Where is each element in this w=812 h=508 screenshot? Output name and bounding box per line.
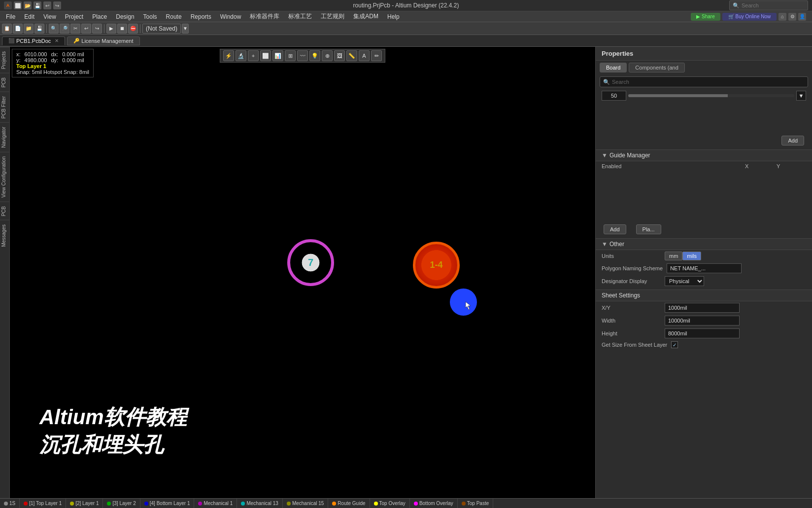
layer-tab-bottomoverlay[interactable]: Bottom Overlay [410, 499, 458, 508]
menu-help[interactable]: Help [383, 12, 404, 21]
inspect-btn[interactable]: 🔬 [236, 50, 246, 61]
guide-collapse-arrow[interactable]: ▼ [602, 152, 608, 159]
count-slider[interactable] [628, 94, 794, 97]
buy-online-icon[interactable]: 🛒 Buy Online Now [722, 13, 777, 21]
menu-design[interactable]: Design [112, 12, 138, 21]
layer-dot-bottom [144, 502, 148, 506]
license-tab-icon: 🔑 [73, 38, 79, 43]
layer-tab-bottomlayer[interactable]: [4] Bottom Layer 1 [140, 499, 195, 508]
sidebar-tab-pcbfilter[interactable]: PCB Filter [0, 92, 9, 123]
sidebar-tab-messages[interactable]: Messages [0, 220, 9, 251]
sidebar-tab-projects[interactable]: Projects [0, 47, 9, 73]
panel-tab-board[interactable]: Board [600, 63, 627, 73]
place-guide-button[interactable]: Pla... [636, 224, 661, 234]
designator-select[interactable]: Physical [665, 276, 704, 286]
toolbar-btn-12[interactable]: ⛔ [128, 24, 138, 34]
menu-project[interactable]: Project [61, 12, 87, 21]
share-icon[interactable]: ▶ Share [691, 13, 720, 21]
toolbar-btn-7[interactable]: ✂ [70, 24, 80, 34]
measure-btn[interactable]: 📏 [346, 50, 357, 61]
new-icon[interactable]: ⬜ [14, 1, 22, 9]
highlight-btn[interactable]: 💡 [309, 50, 320, 61]
route-btn[interactable]: 〰 [297, 50, 308, 61]
toolbar-btn-3[interactable]: 📁 [24, 24, 34, 34]
text-btn[interactable]: A [359, 50, 370, 61]
toolbar-btn-11[interactable]: ⏹ [117, 24, 127, 34]
panel-search-box[interactable]: 🔍 Search [600, 76, 808, 87]
toolbar-dropdown[interactable]: ▼ [182, 24, 189, 34]
layer-tab-layer2[interactable]: [3] Layer 2 [103, 499, 140, 508]
search-bar[interactable]: 🔍 [729, 0, 808, 10]
toolbar-btn-2[interactable]: 📄 [13, 24, 23, 34]
3d-btn[interactable]: 🖼 [334, 50, 345, 61]
user-icon[interactable]: 👤 [798, 13, 806, 21]
menu-view[interactable]: View [39, 12, 60, 21]
via-btn[interactable]: ⊕ [322, 50, 333, 61]
menu-file[interactable]: File [2, 12, 19, 21]
polygon-naming-input[interactable] [667, 263, 742, 273]
search-input[interactable] [742, 2, 805, 8]
toolbar-btn-5[interactable]: 🔍 [49, 24, 59, 34]
height-input[interactable] [665, 328, 740, 338]
sidebar-tab-pcb[interactable]: PCB [0, 73, 9, 92]
redo-icon[interactable]: ↪ [53, 1, 61, 9]
menu-tools[interactable]: Tools [139, 12, 161, 21]
toolbar-btn-10[interactable]: ▶ [106, 24, 116, 34]
grid-btn[interactable]: ⊞ [285, 50, 296, 61]
tab-license[interactable]: 🔑 License Management [67, 36, 139, 45]
mm-button[interactable]: mm [665, 252, 682, 260]
layer-tab-1s[interactable]: 1S [0, 499, 20, 508]
add-button[interactable]: Add [781, 136, 804, 145]
pen-btn[interactable]: ✏ [371, 50, 382, 61]
layer-tab-layer1[interactable]: [2] Layer 1 [66, 499, 103, 508]
canvas-area[interactable]: x: 6010.000 dx: 0.000 mil y: 4980.000 dy… [10, 47, 595, 498]
select-btn[interactable]: ⬜ [260, 50, 271, 61]
toolbar-btn-4[interactable]: 💾 [34, 24, 44, 34]
tabbar: ⬛ PCB1.PcbDoc ✕ 🔑 License Management [0, 35, 812, 47]
layer-tab-toppaste[interactable]: Top Paste [458, 499, 493, 508]
add-guide-button[interactable]: Add [604, 224, 626, 234]
titlebar-right: 🔍 [729, 0, 808, 10]
home-icon[interactable]: ⌂ [778, 13, 786, 21]
sidebar-tab-viewconfig[interactable]: View Configuration [0, 152, 9, 202]
mils-button[interactable]: mils [682, 252, 701, 260]
menu-stdprocess[interactable]: 标准工艺 [284, 11, 316, 22]
layer-tab-routeguide[interactable]: Route Guide [328, 499, 370, 508]
layer-tab-mech1[interactable]: Mechanical 1 [194, 499, 237, 508]
count-dropdown[interactable]: ▼ [796, 91, 806, 101]
layer-tab-topoverlay[interactable]: Top Overlay [370, 499, 410, 508]
xy-input[interactable] [665, 303, 740, 313]
sidebar-tab-navigator[interactable]: Navigator [0, 122, 9, 152]
menu-stdlib[interactable]: 标准器件库 [246, 11, 283, 22]
pcb-tab-close[interactable]: ✕ [55, 38, 59, 43]
toolbar-btn-9[interactable]: ↪ [92, 24, 102, 34]
tab-pcb[interactable]: ⬛ PCB1.PcbDoc ✕ [2, 36, 65, 45]
toolbar-btn-6[interactable]: 🔎 [60, 24, 69, 34]
menu-adm[interactable]: 集成ADM [349, 11, 382, 22]
undo-icon[interactable]: ↩ [43, 1, 51, 9]
toolbar-btn-8[interactable]: ↩ [81, 24, 91, 34]
toolbar-btn-1[interactable]: 📋 [2, 24, 12, 34]
menu-edit[interactable]: Edit [20, 12, 38, 21]
layer-tab-mech13[interactable]: Mechanical 13 [237, 499, 282, 508]
settings-icon[interactable]: ⚙ [788, 13, 796, 21]
menu-place[interactable]: Place [88, 12, 111, 21]
layer-tab-mech15[interactable]: Mechanical 15 [283, 499, 328, 508]
sidebar-tab-pcb2[interactable]: PCB [0, 202, 9, 220]
other-collapse-arrow[interactable]: ▼ [602, 241, 608, 248]
menu-window[interactable]: Window [216, 12, 245, 21]
menu-processrule[interactable]: 工艺规则 [317, 11, 348, 22]
add-btn[interactable]: + [248, 50, 259, 61]
layer-dot-layer1 [70, 502, 74, 506]
open-icon[interactable]: 📂 [24, 1, 32, 9]
width-input[interactable] [665, 316, 740, 326]
layer-tab-toplayer[interactable]: [1] Top Layer 1 [20, 499, 66, 508]
chart-btn[interactable]: 📊 [272, 50, 283, 61]
filter-btn[interactable]: ⚡ [223, 50, 234, 61]
menu-reports[interactable]: Reports [187, 12, 215, 21]
save-icon[interactable]: 💾 [34, 1, 41, 9]
count-input[interactable] [602, 91, 626, 101]
menu-route[interactable]: Route [162, 12, 186, 21]
get-size-checkbox[interactable] [671, 341, 678, 348]
panel-tab-components[interactable]: Components (and [629, 63, 684, 73]
